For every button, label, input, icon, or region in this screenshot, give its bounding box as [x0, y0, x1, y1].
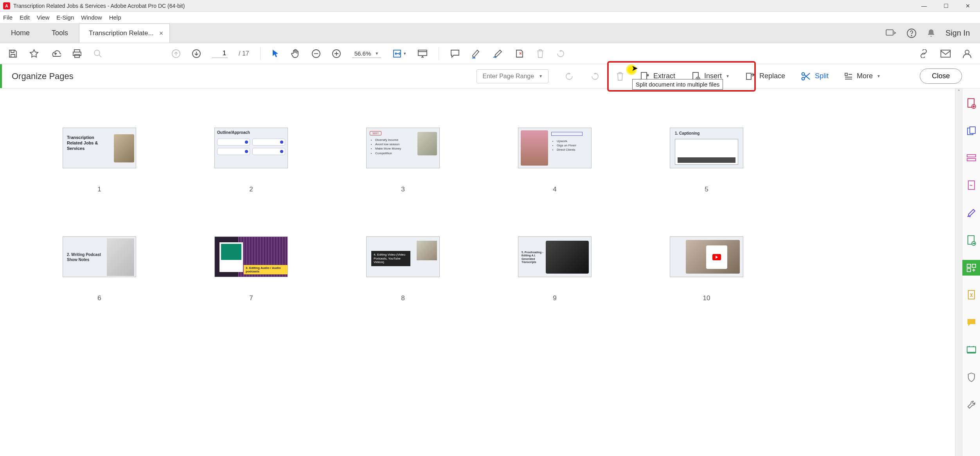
bell-icon[interactable]: [927, 29, 935, 38]
menu-edit[interactable]: Edit: [20, 14, 30, 21]
help-icon[interactable]: [906, 28, 917, 38]
organize-pages-icon[interactable]: [962, 260, 980, 276]
account-icon[interactable]: [962, 49, 972, 59]
svg-rect-18: [746, 73, 751, 79]
page-range-input[interactable]: Enter Page Range ▼: [477, 69, 548, 83]
zoom-out-icon[interactable]: [311, 49, 321, 58]
page-up-icon[interactable]: [171, 49, 181, 58]
rotate-icon[interactable]: [556, 49, 566, 59]
export-pdf-icon[interactable]: [962, 233, 980, 248]
vertical-scrollbar[interactable]: ˄: [955, 88, 962, 456]
fit-width-icon[interactable]: ▼: [392, 49, 406, 59]
slide-title: 1. Captioning: [675, 131, 743, 135]
svg-rect-35: [967, 347, 976, 352]
tabbar: Home Tools Transcription Relate... × Sig…: [0, 23, 980, 43]
comment-icon[interactable]: [450, 49, 460, 58]
slide-title: Transcription Related Jobs & Services: [67, 135, 104, 151]
page-number: 9: [553, 294, 556, 302]
slide-title: 3. Editing Audio / Audio podcasts: [244, 265, 288, 274]
compress-pdf-icon[interactable]: [962, 287, 980, 303]
chevron-down-icon: ▼: [375, 51, 379, 56]
tab-home[interactable]: Home: [0, 23, 41, 43]
combine-files-icon[interactable]: [962, 123, 980, 139]
page-thumbnail[interactable]: Outline/Approach 2: [214, 128, 288, 193]
page-thumbnail[interactable]: 5. Proofreading - Editing A.I. Generated…: [518, 236, 592, 302]
page-thumbnail[interactable]: 4. Editing Video (Video Podcasts, YouTub…: [366, 236, 440, 302]
page-number-input[interactable]: [212, 49, 228, 58]
thumbnails-scroll[interactable]: Transcription Related Jobs & Services 1 …: [0, 88, 955, 456]
page-number: 6: [97, 294, 101, 302]
star-icon[interactable]: [29, 49, 39, 59]
email-icon[interactable]: [940, 49, 951, 58]
svg-point-19: [802, 72, 805, 75]
create-pdf-icon[interactable]: [962, 96, 980, 111]
page-number: 8: [401, 294, 405, 302]
split-button[interactable]: Split: [801, 72, 829, 81]
more-label: More: [857, 72, 873, 80]
more-button[interactable]: More ▼: [844, 72, 881, 80]
stamp-icon[interactable]: [514, 49, 525, 59]
page-thumbnail[interactable]: Transcription Related Jobs & Services 1: [63, 128, 136, 193]
desktop-app-icon[interactable]: [885, 29, 896, 38]
close-window-button[interactable]: ✕: [962, 2, 974, 10]
tab-tools[interactable]: Tools: [41, 23, 79, 43]
minimize-button[interactable]: ―: [918, 2, 930, 10]
fill-sign-icon[interactable]: [962, 205, 980, 221]
edit-pdf-icon[interactable]: [962, 150, 980, 166]
rotate-cw-icon[interactable]: [590, 71, 600, 81]
separator: [260, 47, 261, 60]
menu-view[interactable]: View: [37, 14, 49, 21]
svg-rect-32: [972, 264, 976, 267]
protect-icon[interactable]: [962, 369, 980, 385]
delete-pages-icon[interactable]: [616, 71, 624, 81]
page-thumbnail[interactable]: 2. Writing Podcast Show Notes 6: [63, 236, 136, 302]
chevron-down-icon: ▼: [726, 74, 730, 78]
organize-title: Organize Pages: [12, 71, 74, 81]
scan-ocr-icon[interactable]: [962, 342, 980, 358]
page-thumbnail[interactable]: 1. Captioning 5: [670, 128, 743, 193]
highlight-icon[interactable]: [471, 49, 481, 59]
close-organize-button[interactable]: Close: [920, 68, 962, 84]
menu-help[interactable]: Help: [109, 14, 121, 21]
split-tooltip: Split document into multiple files: [632, 79, 723, 90]
read-mode-icon[interactable]: [417, 49, 428, 58]
page-down-icon[interactable]: [192, 49, 201, 58]
accent-bar: [0, 64, 2, 88]
tab-close-icon[interactable]: ×: [159, 29, 164, 38]
page-total: / 17: [239, 50, 249, 57]
zoom-in-icon[interactable]: [332, 49, 341, 58]
replace-label: Replace: [759, 72, 785, 80]
print-icon[interactable]: [72, 49, 82, 59]
page-thumbnail[interactable]: WHYDiversify IncomeAvoid low seasonMake …: [366, 128, 440, 193]
delete-icon[interactable]: [536, 49, 545, 59]
svg-rect-5: [75, 54, 79, 58]
menu-file[interactable]: File: [3, 14, 13, 21]
save-icon[interactable]: [8, 49, 18, 59]
replace-button[interactable]: Replace: [745, 71, 785, 81]
svg-point-6: [94, 50, 100, 56]
sign-icon[interactable]: [492, 49, 503, 59]
rotate-ccw-icon[interactable]: [564, 71, 574, 81]
slide-title: 2. Writing Podcast Show Notes: [67, 252, 102, 262]
maximize-button[interactable]: ☐: [940, 2, 952, 10]
find-icon[interactable]: [93, 49, 102, 58]
menu-window[interactable]: Window: [81, 14, 102, 21]
select-tool-icon[interactable]: [272, 49, 279, 58]
svg-rect-4: [73, 52, 81, 56]
more-tools-icon[interactable]: [962, 397, 980, 413]
slide-title: 5. Proofreading - Editing A.I. Generated…: [521, 251, 546, 264]
menu-esign[interactable]: E-Sign: [56, 14, 74, 21]
cloud-upload-icon[interactable]: [50, 49, 61, 58]
main-toolbar: / 17 56.6% ▼ ▼: [0, 43, 980, 64]
hand-tool-icon[interactable]: [290, 49, 300, 59]
page-thumbnail[interactable]: 3. Editing Audio / Audio podcasts 7: [214, 236, 288, 302]
share-link-icon[interactable]: [918, 49, 929, 58]
signin-button[interactable]: Sign In: [946, 29, 970, 38]
request-sign-icon[interactable]: [962, 178, 980, 193]
comment-tool-icon[interactable]: [962, 315, 980, 330]
tab-document[interactable]: Transcription Relate... ×: [79, 23, 170, 43]
zoom-select[interactable]: 56.6% ▼: [352, 49, 381, 58]
svg-rect-26: [967, 155, 976, 157]
page-thumbnail[interactable]: 10: [670, 236, 743, 302]
page-thumbnail[interactable]: UpworkGigs on FiverrDirect Clients 4: [518, 128, 592, 193]
